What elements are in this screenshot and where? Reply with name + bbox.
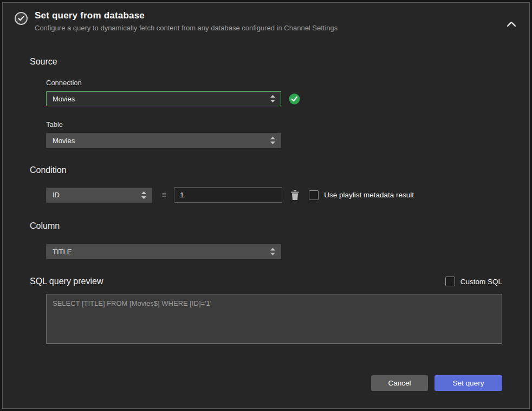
sql-preview-textarea[interactable]: SELECT [TITLE] FROM [Movies$] WHERE [ID]… [46, 294, 502, 344]
select-arrows-icon [270, 137, 275, 144]
condition-field-select[interactable]: ID [46, 188, 152, 203]
trash-icon[interactable] [291, 190, 299, 200]
condition-value-input[interactable] [174, 187, 282, 203]
condition-field-value: ID [53, 191, 60, 199]
column-select-value: TITLE [53, 248, 72, 256]
connection-label: Connection [46, 79, 529, 87]
custom-sql-label: Custom SQL [460, 278, 502, 286]
cancel-button[interactable]: Cancel [371, 375, 428, 391]
column-select[interactable]: TITLE [46, 244, 281, 259]
connection-select[interactable]: Movies [46, 91, 281, 106]
dialog-header: Set query from database Configure a quer… [3, 3, 529, 32]
column-heading: Column [30, 221, 529, 231]
condition-operator: = [162, 191, 166, 200]
table-select[interactable]: Movies [46, 133, 281, 148]
set-query-button[interactable]: Set query [434, 375, 502, 391]
condition-heading: Condition [30, 165, 529, 175]
use-playlist-metadata-checkbox[interactable] [309, 190, 319, 200]
use-playlist-metadata-label: Use playlist metadata result [324, 191, 414, 199]
section-complete-check-icon [15, 12, 28, 25]
sql-preview-heading: SQL query preview [30, 277, 103, 286]
select-arrows-icon [270, 95, 275, 102]
connection-select-value: Movies [53, 95, 75, 103]
select-arrows-icon [270, 248, 275, 255]
custom-sql-checkbox[interactable] [445, 277, 455, 286]
dialog-subtitle: Configure a query to dynamically fetch c… [35, 24, 338, 32]
set-query-dialog: Set query from database Configure a quer… [2, 2, 530, 409]
source-heading: Source [30, 57, 529, 67]
chevron-up-icon[interactable] [504, 18, 518, 30]
connection-valid-icon [289, 93, 300, 105]
table-select-value: Movies [53, 137, 75, 145]
select-arrows-icon [141, 191, 146, 199]
dialog-title: Set query from database [35, 10, 338, 21]
dialog-actions: Cancel Set query [371, 375, 502, 391]
table-label: Table [46, 120, 529, 129]
